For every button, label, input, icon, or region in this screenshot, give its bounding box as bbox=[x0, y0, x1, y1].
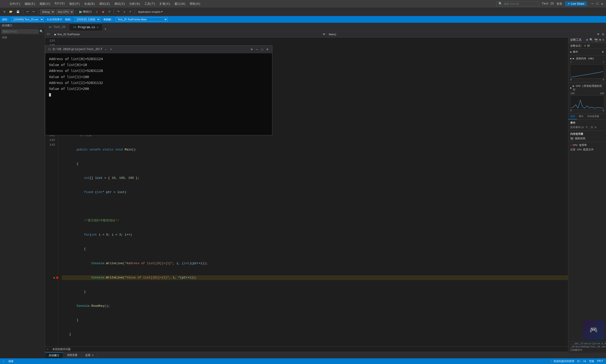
diag-settings-icon[interactable]: ⚙ bbox=[586, 38, 588, 42]
code-line-132: fixed (int* ptr = list) bbox=[62, 190, 606, 195]
menu-project[interactable]: 项目(P) bbox=[67, 1, 82, 7]
code-line-129: public unsafe static void Main() bbox=[62, 147, 606, 152]
terminal-minimize-button[interactable]: ─ bbox=[255, 48, 259, 51]
tab-close-button[interactable]: ✕ bbox=[97, 26, 98, 29]
menu-bar[interactable]: 文件(F) 编辑(E) 视图(V) Git(G) 项目(P) 生成(B) 调试(… bbox=[8, 1, 203, 7]
live-share-button[interactable]: ↗ Live Share bbox=[565, 1, 587, 6]
terminal-line-3: Address of list[1]=52831128 bbox=[49, 68, 268, 74]
continue-button[interactable]: ▶ 继续(C) bbox=[78, 9, 93, 15]
menu-debug[interactable]: 调试(D) bbox=[97, 1, 112, 7]
search-icon: 🔍 bbox=[498, 2, 502, 6]
tab-test25[interactable]: C# Test_25 bbox=[45, 24, 69, 31]
menu-test[interactable]: 测试(S) bbox=[112, 1, 127, 7]
redo-button[interactable]: ↪ bbox=[31, 9, 36, 15]
diag-sub-tabs: 摘要 事件 内存使用量 bbox=[568, 114, 606, 120]
debug-config-select[interactable]: Debug bbox=[40, 9, 55, 14]
process-select[interactable]: [293980] Test_25.exe bbox=[12, 17, 44, 22]
code-line-142: } bbox=[62, 332, 606, 337]
sidebar-search-area: 🔍 bbox=[0, 28, 45, 35]
method-dropdown[interactable]: Main() bbox=[326, 31, 600, 37]
step-out-button[interactable]: ↗ bbox=[128, 9, 133, 15]
terminal-dropdown-button[interactable]: ▾ bbox=[110, 48, 113, 51]
menu-window[interactable]: 窗口(W) bbox=[173, 1, 187, 7]
global-search-input[interactable] bbox=[504, 2, 537, 5]
svg-rect-0 bbox=[571, 65, 603, 78]
app-insights-button[interactable]: Application Insights ▾ bbox=[137, 9, 164, 15]
cpu-section: ▶ ▶ CPU (所有处理器的百分 100 100 0 0 bbox=[568, 83, 606, 114]
tab-program-cs[interactable]: C# Program.cs ✕ bbox=[69, 24, 103, 31]
terminal-close-button[interactable]: ✕ bbox=[265, 48, 269, 51]
watch1-tab[interactable]: 监视 1 bbox=[82, 352, 97, 358]
search-box[interactable]: 🔍 bbox=[496, 1, 539, 6]
events-label: 事件 bbox=[573, 50, 578, 54]
new-tab-button[interactable]: + bbox=[103, 27, 108, 31]
menu-edit[interactable]: 编辑(E) bbox=[23, 1, 37, 7]
undo-button[interactable]: ↩ bbox=[25, 9, 30, 15]
diag-tab-memory[interactable]: 内存使用量 bbox=[585, 114, 601, 119]
diag-search-icon[interactable]: 🔍 bbox=[589, 38, 593, 42]
project-title: Test 25 bbox=[542, 2, 554, 5]
code-line-131: int[] list = { 10, 100, 200 }; bbox=[62, 176, 606, 181]
terminal-plus-button[interactable]: + bbox=[104, 48, 108, 51]
terminal-content[interactable]: Address of list[0]=52831124 Value of lis… bbox=[45, 53, 272, 135]
stack-select[interactable]: Test_25.TestPointer.Main bbox=[116, 17, 168, 22]
status-encoding: CRLF bbox=[597, 360, 603, 363]
memory-graph bbox=[570, 64, 604, 78]
diagnostics-panel: 诊断工具 ⚙ 🔍 📷 ⊞ ✕ 诊断会话: 4 秒 ▶ 事件 ⏸ ▶ bbox=[568, 37, 606, 353]
pause-button[interactable]: ⏸ bbox=[94, 9, 99, 15]
terminal-cursor bbox=[49, 93, 51, 96]
add-source-control[interactable]: ↑ 添加到源代码管理 bbox=[550, 360, 574, 363]
locals-tab[interactable]: 局部变量 bbox=[63, 352, 82, 358]
tab-cs-icon-2: C# bbox=[73, 26, 76, 29]
process-label: 进程: bbox=[2, 18, 9, 21]
terminal-line-4: Value of list[1]=100 bbox=[49, 74, 268, 80]
menu-tools[interactable]: 工具(T) bbox=[143, 1, 157, 7]
signin-link[interactable]: 登录 bbox=[556, 2, 562, 6]
open-button[interactable]: 📂 bbox=[8, 9, 14, 15]
class-dropdown[interactable]: ▶ Test_25.TestPointer bbox=[52, 31, 326, 37]
diag-camera-icon[interactable]: 📷 bbox=[594, 38, 598, 42]
cpu-expand-icon[interactable]: ▶ bbox=[570, 86, 572, 89]
snapshot-btn[interactable]: 📷 截取快照 bbox=[570, 137, 604, 140]
step-into-button[interactable]: ↘ bbox=[122, 9, 127, 15]
diag-tab-events[interactable]: 事件 bbox=[577, 114, 585, 119]
close-button[interactable]: ✕ bbox=[600, 2, 604, 6]
events-expand-icon[interactable]: ▶ bbox=[570, 50, 572, 53]
menu-analyze[interactable]: 分析(N) bbox=[127, 1, 142, 7]
split-editor-button[interactable]: ⧉ bbox=[600, 32, 606, 36]
code-line-137: Console.WriteLine("Address of list[{0}]=… bbox=[62, 261, 606, 266]
code-line-134: /*显示指针中数组地址*/ bbox=[62, 218, 606, 223]
stop-button[interactable]: ⏹ bbox=[100, 9, 106, 15]
thread-select[interactable]: [292632] 主线程 bbox=[75, 17, 100, 22]
sidebar-search-input[interactable] bbox=[1, 29, 39, 34]
separator4 bbox=[114, 10, 114, 14]
menu-git[interactable]: Git(G) bbox=[53, 1, 67, 7]
menu-build[interactable]: 生成(B) bbox=[83, 1, 97, 7]
diag-tab-summary[interactable]: 摘要 bbox=[568, 114, 577, 119]
code-line-138: ➤ Console.WriteLine("Value of list[{0}]=… bbox=[62, 275, 606, 280]
menu-file[interactable]: 文件(F) bbox=[8, 1, 22, 7]
restart-button[interactable]: ↺ bbox=[107, 9, 112, 15]
terminal-close-icon[interactable]: ✕ bbox=[250, 48, 254, 51]
restore-button[interactable]: □ bbox=[595, 2, 599, 6]
pause-events-button[interactable]: ⏸ bbox=[602, 50, 604, 53]
mascot-area: 🎮 bbox=[568, 319, 606, 341]
diag-close-icon[interactable]: ✕ bbox=[603, 38, 604, 42]
diag-expand-icon[interactable]: ⊞ bbox=[599, 38, 601, 42]
separator3 bbox=[76, 10, 76, 14]
auto-window-tab[interactable]: 自动窗口 bbox=[45, 352, 63, 358]
cpu-usage-header: CPU 使用率 bbox=[573, 143, 587, 147]
terminal-maximize-button[interactable]: □ bbox=[260, 48, 264, 51]
step-over-button[interactable]: ↷ bbox=[116, 9, 121, 15]
thread-label: 线程: bbox=[65, 18, 72, 21]
menu-help[interactable]: 帮助(H) bbox=[188, 1, 203, 7]
menu-view[interactable]: 视图(V) bbox=[38, 1, 52, 7]
cpu-select[interactable]: Any CPU bbox=[56, 9, 74, 14]
process-memory-section: ▶ ▶ 进程内存 (MB) 7 7 0 0 bbox=[568, 55, 606, 83]
mem-expand-icon[interactable]: ▶ bbox=[570, 57, 572, 60]
menu-extensions[interactable]: 扩展(X) bbox=[158, 1, 172, 7]
save-button[interactable]: 💾 bbox=[15, 9, 21, 15]
minimize-button[interactable]: ─ bbox=[591, 2, 594, 6]
record-cpu-button[interactable]: 记录 CPU 配置文件 bbox=[570, 148, 604, 151]
new-project-button[interactable]: ⊕ bbox=[2, 9, 7, 15]
